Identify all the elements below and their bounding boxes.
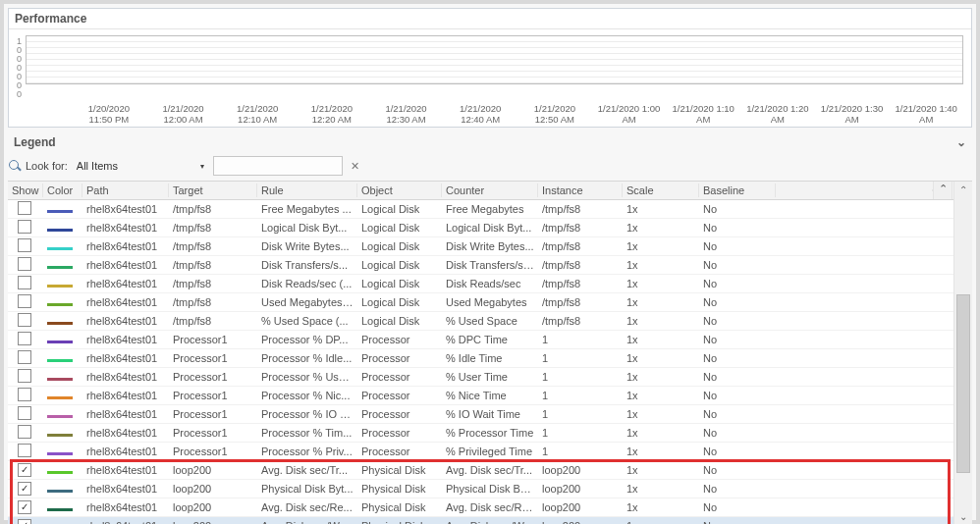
- legend-header[interactable]: Legend ⌄: [8, 131, 972, 153]
- table-row[interactable]: rhel8x64test01/tmp/fs8Free Megabytes ...…: [8, 200, 972, 219]
- color-swatch: [47, 471, 73, 474]
- cell-rule: Avg. Disk sec/Tr...: [257, 463, 357, 477]
- cell-object: Physical Disk: [357, 463, 442, 477]
- col-target[interactable]: Target: [169, 183, 257, 197]
- show-checkbox[interactable]: ✓: [18, 482, 31, 496]
- show-checkbox[interactable]: [18, 201, 31, 215]
- cell-path: rhel8x64test01: [82, 239, 169, 253]
- table-row[interactable]: rhel8x64test01Processor1Processor % Nic.…: [8, 387, 972, 405]
- cell-color: [43, 463, 82, 477]
- cell-path: rhel8x64test01: [82, 202, 169, 216]
- scroll-up-button[interactable]: ⌃: [933, 182, 953, 199]
- color-swatch: [47, 490, 73, 493]
- cell-scroll-gutter: [933, 469, 953, 471]
- cell-show: [8, 256, 43, 274]
- col-show[interactable]: Show: [8, 183, 43, 197]
- cell-rule: Logical Disk Byt...: [257, 221, 357, 235]
- x-tick: 1/20/202011:50 PM: [72, 103, 146, 125]
- table-row[interactable]: rhel8x64test01Processor1Processor % Tim.…: [8, 424, 972, 443]
- col-rule[interactable]: Rule: [257, 183, 357, 197]
- cell-scroll-gutter: [933, 227, 953, 229]
- cell-baseline: No: [699, 202, 776, 216]
- cell-color: [43, 445, 82, 458]
- table-row[interactable]: ✓rhel8x64test01loop200Avg. Disk sec/W...…: [8, 517, 972, 524]
- show-checkbox[interactable]: [18, 350, 31, 364]
- col-counter[interactable]: Counter: [442, 183, 538, 197]
- table-row[interactable]: rhel8x64test01Processor1Processor % DP..…: [8, 331, 972, 349]
- cell-color: [43, 482, 82, 496]
- show-checkbox[interactable]: ✓: [18, 463, 31, 477]
- cell-show: [8, 237, 43, 255]
- table-row[interactable]: rhel8x64test01Processor1Processor % Idle…: [8, 349, 972, 368]
- show-checkbox[interactable]: ✓: [18, 519, 31, 524]
- table-row[interactable]: ✓rhel8x64test01loop200Avg. Disk sec/Tr..…: [8, 461, 972, 480]
- cell-baseline: No: [699, 239, 776, 253]
- color-swatch: [47, 322, 73, 325]
- show-checkbox[interactable]: [18, 257, 31, 271]
- table-row[interactable]: rhel8x64test01Processor1Processor % Priv…: [8, 443, 972, 461]
- show-checkbox[interactable]: [18, 332, 31, 345]
- col-scale[interactable]: Scale: [623, 183, 699, 197]
- cell-baseline: No: [699, 295, 776, 309]
- cell-scroll-gutter: [933, 301, 953, 303]
- cell-target: /tmp/fs8: [169, 295, 257, 309]
- show-checkbox[interactable]: ✓: [18, 500, 31, 514]
- table-row[interactable]: rhel8x64test01Processor1Processor % Use.…: [8, 368, 972, 387]
- show-checkbox[interactable]: [18, 220, 31, 234]
- show-checkbox[interactable]: [18, 369, 31, 383]
- cell-show: [8, 275, 43, 292]
- cell-counter: Avg. Disk sec/Tr...: [442, 463, 538, 477]
- show-checkbox[interactable]: [18, 425, 31, 439]
- vertical-scrollbar[interactable]: ⌃ ⌄: [953, 182, 972, 524]
- cell-object: Logical Disk: [357, 202, 442, 216]
- cell-rule: Processor % Tim...: [257, 426, 357, 440]
- col-path[interactable]: Path: [82, 183, 169, 197]
- search-input[interactable]: [213, 156, 343, 176]
- cell-scroll-gutter: [933, 357, 953, 359]
- scroll-down-icon[interactable]: ⌄: [954, 508, 972, 524]
- col-baseline[interactable]: Baseline: [699, 183, 776, 197]
- table-row[interactable]: rhel8x64test01/tmp/fs8Disk Write Bytes..…: [8, 237, 972, 256]
- cell-path: rhel8x64test01: [82, 351, 169, 365]
- show-checkbox[interactable]: [18, 238, 31, 252]
- table-row[interactable]: rhel8x64test01/tmp/fs8Disk Reads/sec (..…: [8, 275, 972, 293]
- scrollbar-thumb[interactable]: [956, 294, 970, 473]
- cell-rule: Disk Write Bytes...: [257, 239, 357, 253]
- cell-show: [8, 219, 43, 236]
- col-instance[interactable]: Instance: [538, 183, 623, 197]
- cell-object: Processor: [357, 407, 442, 421]
- cell-counter: % Used Space: [442, 314, 538, 328]
- show-checkbox[interactable]: [18, 406, 31, 420]
- x-tick: 1/21/202012:50 AM: [517, 103, 592, 125]
- table-row[interactable]: rhel8x64test01/tmp/fs8Used Megabytes ...…: [8, 293, 972, 312]
- cell-show: [8, 405, 43, 423]
- table-row[interactable]: ✓rhel8x64test01loop200Physical Disk Byt.…: [8, 480, 972, 498]
- col-object[interactable]: Object: [357, 183, 442, 197]
- show-checkbox[interactable]: [18, 444, 31, 457]
- table-row[interactable]: rhel8x64test01/tmp/fs8% Used Space (...L…: [8, 312, 972, 331]
- table-row[interactable]: rhel8x64test01/tmp/fs8Disk Transfers/s..…: [8, 256, 972, 275]
- dropdown-triangle-icon: ▾: [200, 162, 204, 171]
- table-row[interactable]: ✓rhel8x64test01loop200Avg. Disk sec/Re..…: [8, 498, 972, 517]
- filter-dropdown[interactable]: All Items ▾: [72, 155, 209, 177]
- col-color[interactable]: Color: [43, 183, 82, 197]
- cell-spacer: [776, 488, 933, 490]
- chart-plot-area[interactable]: [26, 35, 963, 84]
- table-row[interactable]: rhel8x64test01Processor1Processor % IO T…: [8, 405, 972, 424]
- show-checkbox[interactable]: [18, 388, 31, 401]
- cell-object: Processor: [357, 426, 442, 440]
- cell-color: [43, 202, 82, 216]
- cell-color: [43, 389, 82, 402]
- cell-scroll-gutter: [933, 450, 953, 452]
- show-checkbox[interactable]: [18, 294, 31, 308]
- col-spacer: [776, 189, 933, 191]
- show-checkbox[interactable]: [18, 313, 31, 327]
- x-tick: 1/21/2020 1:00AM: [592, 103, 667, 125]
- cell-instance: loop200: [538, 500, 623, 514]
- cell-baseline: No: [699, 463, 776, 477]
- cell-baseline: No: [699, 333, 776, 346]
- show-checkbox[interactable]: [18, 276, 31, 289]
- clear-search-button[interactable]: ✕: [347, 157, 364, 175]
- table-row[interactable]: rhel8x64test01/tmp/fs8Logical Disk Byt..…: [8, 219, 972, 237]
- scroll-up-icon[interactable]: ⌃: [954, 182, 972, 197]
